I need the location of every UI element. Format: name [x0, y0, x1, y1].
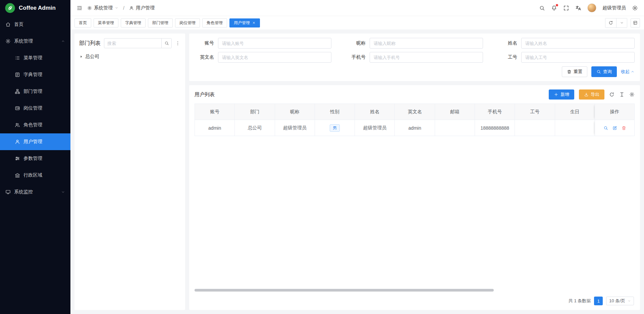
tabs-refresh-button[interactable]	[605, 18, 616, 27]
sidebar-item-param-management[interactable]: 参数管理	[0, 150, 70, 167]
fullscreen-button[interactable]	[563, 5, 569, 11]
column-height-button[interactable]	[619, 92, 625, 97]
name-input[interactable]	[521, 38, 635, 49]
sidebar-item-dept-management[interactable]: 部门管理	[0, 83, 70, 100]
sidebar-item-post-management[interactable]: 岗位管理	[0, 100, 70, 117]
app-title: Coffee Admin	[19, 5, 56, 11]
department-search-button[interactable]	[161, 39, 171, 48]
collapse-label: 收起	[621, 69, 630, 75]
sidebar-item-label: 岗位管理	[23, 105, 42, 111]
trash-icon	[622, 126, 626, 130]
tree-node-label: 总公司	[85, 54, 99, 60]
sidebar-item-system-monitor[interactable]: 系统监控	[0, 184, 70, 200]
chevron-up-icon	[631, 70, 635, 74]
tab-post-management[interactable]: 岗位管理	[175, 18, 200, 27]
edit-icon	[612, 126, 617, 130]
notifications-button[interactable]	[551, 5, 557, 11]
sidebar-item-label: 字典管理	[23, 72, 42, 78]
breadcrumb-system[interactable]: 系统管理	[87, 5, 118, 11]
tabs-dropdown-button[interactable]	[616, 18, 627, 27]
tab-role-management[interactable]: 角色管理	[202, 18, 227, 27]
trash-icon	[567, 69, 572, 74]
table-refresh-button[interactable]	[609, 92, 614, 97]
user-icon	[15, 139, 20, 144]
department-search-box	[104, 38, 172, 48]
department-more-button[interactable]	[175, 41, 180, 46]
tab-user-management[interactable]: 用户管理	[229, 18, 260, 27]
tab-menu-management[interactable]: 菜单管理	[94, 18, 118, 27]
pagination-total: 共 1 条数据	[569, 298, 591, 304]
user-name[interactable]: 超级管理员	[602, 5, 626, 11]
cell-birthday	[555, 120, 595, 136]
reset-button[interactable]: 重置	[562, 66, 587, 77]
tree-node-root[interactable]: 总公司	[79, 53, 180, 60]
nickname-input[interactable]	[370, 38, 483, 49]
settings-button[interactable]	[632, 5, 638, 11]
pagination: 共 1 条数据 1 10 条/页	[195, 294, 635, 307]
header-actions: 超级管理员	[539, 3, 638, 12]
main-area: 系统管理 / 用户管理	[70, 0, 644, 314]
caret-right-icon[interactable]	[79, 55, 83, 59]
tab-home[interactable]: 首页	[74, 18, 91, 27]
chevron-up-icon	[61, 39, 65, 43]
bank-icon	[15, 173, 20, 178]
content-fullscreen-button[interactable]	[631, 18, 640, 27]
close-icon[interactable]	[252, 21, 256, 24]
edit-row-button[interactable]	[612, 126, 617, 130]
add-button-label: 新增	[560, 91, 569, 98]
sidebar-item-system-management[interactable]: 系统管理	[0, 33, 70, 50]
translate-button[interactable]	[575, 5, 581, 11]
sidebar-item-label: 菜单管理	[23, 55, 42, 61]
filter-field-phone: 手机号	[346, 52, 483, 63]
tab-tool-group	[605, 18, 627, 28]
user-avatar[interactable]	[587, 3, 596, 12]
sidebar-item-role-management[interactable]: 角色管理	[0, 117, 70, 133]
table-settings-button[interactable]	[629, 92, 635, 97]
refresh-icon	[608, 20, 613, 25]
add-user-button[interactable]: 新增	[549, 89, 574, 100]
tab-dict-management[interactable]: 字典管理	[121, 18, 146, 27]
sidebar-item-admin-region[interactable]: 行政区域	[0, 167, 70, 184]
collapse-sidebar-button[interactable]	[76, 5, 83, 11]
page-1-button[interactable]: 1	[594, 297, 603, 305]
export-button[interactable]: 导出	[579, 89, 604, 100]
horizontal-scrollbar[interactable]	[195, 289, 494, 292]
filter-field-en-name: 英文名	[195, 52, 331, 63]
collapse-filters-button[interactable]: 收起	[621, 69, 635, 75]
column-header: 姓名	[355, 104, 395, 120]
breadcrumb-current[interactable]: 用户管理	[129, 5, 155, 11]
user-list-header: 用户列表 新增 导出	[195, 89, 635, 100]
department-list-title: 部门列表	[79, 40, 101, 47]
en-name-input[interactable]	[218, 52, 331, 63]
fold-menu-icon	[76, 5, 83, 11]
tab-label: 角色管理	[207, 20, 223, 26]
tab-label: 菜单管理	[98, 20, 114, 26]
delete-row-button[interactable]	[622, 126, 626, 130]
download-icon	[584, 92, 589, 97]
search-button[interactable]: 查询	[591, 66, 617, 77]
field-label: 昵称	[346, 40, 366, 46]
view-row-button[interactable]	[603, 126, 608, 130]
sidebar-item-dict-management[interactable]: 字典管理	[0, 66, 70, 83]
cell-operations	[595, 120, 635, 136]
phone-input[interactable]	[370, 52, 483, 63]
department-search-input[interactable]	[104, 41, 161, 46]
breadcrumb-label: 系统管理	[94, 5, 113, 11]
row-operations	[595, 126, 634, 130]
sidebar-item-menu-management[interactable]: 菜单管理	[0, 50, 70, 66]
page-size-select[interactable]: 10 条/页	[606, 297, 634, 305]
user-table-wrapper: 账号 部门 昵称 性别 姓名 英文名 邮箱 手机号 工号 生日	[195, 104, 635, 294]
sidebar-item-home[interactable]: 首页	[0, 16, 70, 33]
account-input[interactable]	[218, 38, 331, 49]
sidebar-item-user-management[interactable]: 用户管理	[0, 133, 70, 150]
gear-icon	[87, 6, 92, 10]
sidebar-item-label: 系统管理	[14, 38, 33, 44]
emp-no-input[interactable]	[521, 52, 635, 63]
table-row[interactable]: admin 总公司 超级管理员 男 超级管理员 admin 1888888888…	[195, 120, 635, 136]
global-search-button[interactable]	[539, 5, 545, 11]
page-size-label: 10 条/页	[609, 298, 625, 304]
app-logo[interactable]: Coffee Admin	[0, 0, 70, 16]
tab-label: 用户管理	[234, 20, 250, 26]
dictionary-icon	[15, 72, 20, 77]
tab-dept-management[interactable]: 部门管理	[148, 18, 173, 27]
